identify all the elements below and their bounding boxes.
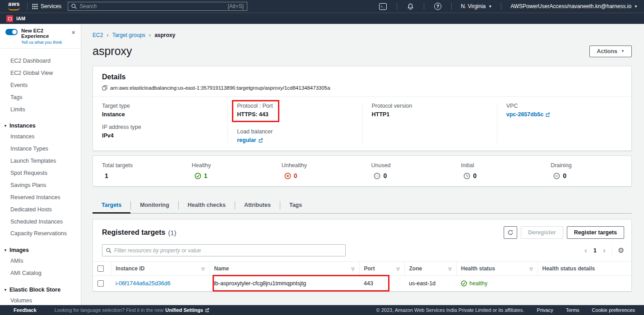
sort-icon[interactable]: ▽ — [397, 267, 400, 271]
column-header-instance-id[interactable]: Instance ID▽ — [111, 262, 209, 276]
copy-icon[interactable] — [102, 85, 107, 91]
notifications-button[interactable] — [402, 3, 419, 10]
tab-tags[interactable]: Tags — [280, 197, 311, 213]
column-header-port[interactable]: Port▽ — [359, 262, 404, 276]
tab-attributes[interactable]: Attributes — [235, 197, 280, 213]
iam-service-icon — [6, 15, 13, 22]
load-balancer-link[interactable]: regular — [237, 137, 263, 143]
favorites-bar: IAM — [0, 13, 644, 24]
sidebar-item-ec2-dashboard[interactable]: EC2 Dashboard — [0, 55, 81, 67]
cloudshell-icon: ›_ — [379, 3, 387, 10]
feedback-button[interactable]: Feedback — [14, 307, 37, 313]
unified-settings-link[interactable]: Unified Settings — [165, 307, 203, 313]
previous-page-icon[interactable]: ‹ — [584, 247, 588, 254]
details-panel: Details arn:aws:elasticloadbalancing:us-… — [93, 66, 632, 151]
next-page-icon[interactable]: › — [602, 247, 607, 254]
sidebar-item-spot-requests[interactable]: Spot Requests — [0, 167, 81, 179]
new-experience-title: New EC2 Experience — [21, 28, 67, 39]
gear-icon[interactable]: ⚙ — [618, 247, 624, 254]
sort-icon[interactable]: ▽ — [352, 267, 355, 271]
sidebar-item-amis[interactable]: AMIs — [0, 255, 81, 267]
column-header-name[interactable]: Name▽ — [209, 262, 359, 276]
unused-label: Unused — [371, 162, 452, 169]
tab-targets[interactable]: Targets — [93, 197, 130, 213]
deregister-button[interactable]: Deregister — [521, 226, 563, 239]
column-header-health-status-details[interactable]: Health status details — [537, 262, 631, 276]
target-type-value: Instance — [102, 111, 221, 118]
refresh-button[interactable] — [504, 226, 517, 239]
sidebar-item-capacity-reservations[interactable]: Capacity Reservations — [0, 228, 81, 240]
search-icon — [71, 4, 77, 9]
sidebar-item-instances[interactable]: Instances — [0, 131, 81, 143]
aws-logo[interactable]: aws — [5, 1, 23, 10]
column-header-zone[interactable]: Zone▽ — [404, 262, 456, 276]
select-all-checkbox[interactable] — [97, 265, 104, 272]
sort-icon[interactable]: ▽ — [530, 267, 533, 271]
target-health-summary: Total targets 1 Healthy 1 Unhealthy — [93, 155, 632, 187]
column-label: Health status details — [542, 265, 595, 272]
sidebar-item-events[interactable]: Events — [0, 79, 81, 91]
global-search[interactable]: [Alt+S] — [68, 2, 247, 11]
total-targets-label: Total targets — [102, 162, 183, 169]
sort-icon[interactable]: ▽ — [202, 267, 205, 271]
new-experience-feedback-link[interactable]: Tell us what you think — [21, 40, 67, 45]
search-input[interactable] — [79, 3, 225, 9]
services-menu[interactable]: Services — [32, 3, 61, 9]
breadcrumb-target-groups[interactable]: Target groups — [112, 32, 145, 38]
cloudshell-button[interactable]: ›_ — [374, 3, 392, 10]
divider — [451, 3, 452, 10]
target-zone-cell: us-east-1d — [404, 276, 456, 291]
section-title: Instances — [9, 123, 36, 129]
row-checkbox[interactable] — [97, 280, 104, 287]
clock-circle-icon — [463, 173, 470, 179]
instance-id-link[interactable]: i-06f1744a6a25d36d6 — [116, 280, 171, 287]
tab-monitoring[interactable]: Monitoring — [131, 197, 178, 213]
terms-link[interactable]: Terms — [566, 307, 579, 313]
region-selector[interactable]: N. Virginia ▼ — [456, 3, 496, 9]
register-targets-button[interactable]: Register targets — [567, 226, 624, 239]
page-number[interactable]: 1 — [593, 247, 597, 254]
sidebar-item-scheduled-instances[interactable]: Scheduled Instances — [0, 216, 81, 228]
actions-button[interactable]: Actions ▼ — [589, 46, 632, 57]
privacy-link[interactable]: Privacy — [537, 307, 553, 313]
registered-targets-count: (1) — [168, 229, 176, 237]
filter-input[interactable] — [114, 247, 342, 254]
close-icon[interactable]: × — [70, 28, 76, 37]
chevron-down-icon: ▼ — [4, 124, 7, 128]
protocol-port-label: Protocol : Port — [237, 103, 273, 109]
load-balancer-label: Load balancer — [237, 128, 356, 135]
table-row: i-06f1744a6a25d36d6 lb-asproxytyler-cfcg… — [93, 276, 631, 291]
sidebar-item-ec2-global-view[interactable]: EC2 Global View — [0, 67, 81, 79]
vpc-value: vpc-2657db5c — [506, 111, 544, 118]
tab-health-checks[interactable]: Health checks — [179, 197, 235, 213]
new-experience-toggle[interactable] — [5, 29, 18, 35]
favorite-iam[interactable]: IAM — [6, 15, 25, 22]
sidebar-section-instances[interactable]: ▼ Instances — [0, 121, 81, 131]
cookie-preferences-link[interactable]: Cookie preferences — [592, 307, 635, 313]
sort-icon[interactable]: ▽ — [449, 267, 452, 271]
search-shortcut: [Alt+S] — [227, 3, 244, 9]
sidebar-item-tags[interactable]: Tags — [0, 91, 81, 104]
account-menu[interactable]: AWSPowerUserAccess/navaneeth.kn@harness.… — [506, 3, 639, 9]
breadcrumb-ec2[interactable]: EC2 — [93, 32, 103, 38]
sidebar-item-ami-catalog[interactable]: AMI Catalog — [0, 267, 81, 279]
copyright-text: © 2023, Amazon Web Services India Privat… — [376, 307, 524, 313]
column-label: Zone — [409, 265, 422, 272]
column-header-health-status[interactable]: Health status▽ — [456, 262, 537, 276]
chevron-down-icon: ▼ — [621, 49, 625, 53]
sidebar-item-reserved-instances[interactable]: Reserved Instances — [0, 192, 81, 204]
vpc-link[interactable]: vpc-2657db5c — [506, 111, 551, 118]
help-button[interactable]: ? — [429, 3, 447, 10]
sidebar-item-launch-templates[interactable]: Launch Templates — [0, 155, 81, 167]
ip-address-type-value: IPv4 — [102, 132, 221, 139]
sidebar-item-dedicated-hosts[interactable]: Dedicated Hosts — [0, 204, 81, 216]
sidebar-item-limits[interactable]: Limits — [0, 104, 81, 116]
page-title: asproxy — [93, 45, 132, 58]
sidebar-section-elastic-block-store[interactable]: ▼ Elastic Block Store — [0, 285, 81, 295]
sidebar-item-volumes[interactable]: Volumes — [0, 295, 81, 305]
sidebar-section-images[interactable]: ▼ Images — [0, 245, 81, 255]
tab-bar: Targets Monitoring Health checks Attribu… — [93, 197, 632, 214]
sidebar-item-savings-plans[interactable]: Savings Plans — [0, 179, 81, 192]
sidebar-item-instance-types[interactable]: Instance Types — [0, 143, 81, 155]
chevron-right-icon: › — [107, 32, 108, 38]
